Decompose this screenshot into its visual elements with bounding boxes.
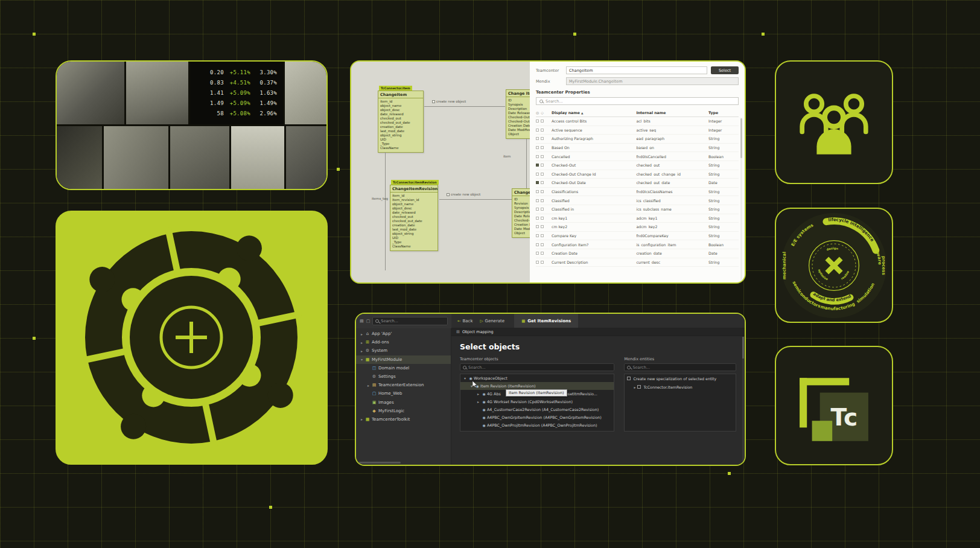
property-row[interactable]: Access control Bitsacl_bitsInteger	[536, 117, 739, 126]
checkbox[interactable]	[637, 385, 641, 389]
map-checkbox[interactable]	[536, 173, 539, 176]
property-row[interactable]: Configuration Item?is_configuration_item…	[536, 240, 739, 249]
edit-checkbox[interactable]	[541, 261, 544, 264]
tc-object-a4pbc-ownusergrprevision-a4pbc-ownusergrprevision[interactable]: ◉A4PBC_OwnUserGrpRevision (A4PBC_ownUser…	[460, 429, 614, 432]
edit-checkbox[interactable]	[541, 208, 544, 211]
tc-object-a4pbc-owngrpitemrevision-a4pbc-owngrpitemrevision[interactable]: ◉A4PBC_OwnGrpItemRevision (A4PBC_OwnGrpI…	[460, 413, 614, 421]
map-checkbox[interactable]	[536, 234, 539, 237]
map-checkbox[interactable]	[536, 252, 539, 255]
sidebar-item-myfirstlogic[interactable]: ◆MyFirstLogic	[356, 407, 451, 415]
edit-checkbox[interactable]	[541, 217, 544, 220]
sidebar-item-settings[interactable]: ⚙Settings	[356, 372, 451, 381]
chevron-icon[interactable]: ▸	[359, 417, 364, 421]
map-checkbox[interactable]	[536, 119, 539, 123]
edit-checkbox[interactable]	[541, 155, 544, 158]
edit-checkbox[interactable]	[541, 252, 544, 255]
chevron-icon[interactable]: ▸	[476, 400, 481, 404]
sidebar-item-system[interactable]: ▸⚙System	[356, 346, 451, 355]
edit-checkbox[interactable]	[541, 243, 544, 246]
tc-object-workspaceobject[interactable]: ▾◉WorkspaceObject	[460, 374, 614, 382]
edit-checkbox[interactable]	[541, 129, 544, 132]
back-button[interactable]: ←Back	[457, 319, 472, 323]
teamcenter-objects-search-input[interactable]: Search...	[460, 363, 614, 371]
chevron-icon[interactable]: ▸	[366, 383, 371, 387]
property-row[interactable]: Checked-Out Datechecked_out_dateDate	[536, 179, 739, 188]
scrollbar-thumb[interactable]	[742, 337, 744, 358]
property-row[interactable]: Based Onbased_onString	[536, 144, 739, 153]
select-button[interactable]: Select	[711, 66, 739, 74]
property-row[interactable]: cm key1adcm_key1String	[536, 214, 739, 223]
edit-checkbox[interactable]	[541, 225, 544, 228]
map-checkbox[interactable]	[536, 225, 539, 228]
sidebar-item-add-ons[interactable]: ▸⊞Add-ons	[356, 338, 451, 346]
chevron-icon[interactable]: ▸	[359, 340, 364, 345]
property-row[interactable]: Authorizing Paragraphead_paragraphString	[536, 135, 739, 144]
edit-checkbox[interactable]	[541, 181, 544, 184]
column-type[interactable]: Type	[708, 110, 739, 115]
tc-object-a4-customercase2revision-a4-customercase2revision[interactable]: ◉A4_CustomerCase2Revision (A4_CustomerCa…	[460, 406, 614, 413]
map-checkbox[interactable]	[536, 129, 539, 132]
tc-object-a4pbc-ownprojitmrevision-a4pbc-ownprojitmrevision[interactable]: ◉A4PBC_OwnProjItmRevision (A4PBC_OwnProj…	[460, 421, 614, 429]
pin-icon[interactable]: ▢	[366, 319, 371, 323]
map-checkbox[interactable]	[536, 261, 539, 264]
tc-object-4g-workset-revision-cpd0worksetrevision[interactable]: ▸◉4G Workset Revision (Cpd0WorksetRevisi…	[460, 398, 614, 406]
checkbox[interactable]	[627, 377, 631, 380]
property-row[interactable]: Classificationsfnd0IcsClassNamesString	[536, 188, 739, 197]
map-checkbox[interactable]	[536, 199, 539, 202]
property-row[interactable]: Creation Datecreation_dateDate	[536, 249, 739, 258]
map-checkbox[interactable]	[536, 208, 539, 211]
map-checkbox[interactable]	[536, 217, 539, 220]
edit-checkbox[interactable]	[541, 234, 544, 237]
property-row[interactable]: Current Descriptioncurrent_descString	[536, 258, 739, 267]
entity-box-changeitem[interactable]: ChangeItem item_idobject_nameobject_desc…	[378, 91, 424, 153]
entity-box-changeitemrevision[interactable]: ChangeItemRevision item_iditem_revision_…	[390, 185, 438, 251]
teamcenter-object-input[interactable]: ChangeItem	[566, 66, 707, 74]
chevron-icon[interactable]: ▾	[462, 376, 468, 380]
scrollbar-thumb[interactable]	[740, 118, 742, 158]
vertical-scrollbar[interactable]	[742, 337, 744, 462]
property-row[interactable]: Checked-Out Change Idchecked_out_change_…	[536, 170, 739, 179]
map-checkbox[interactable]	[536, 190, 539, 193]
property-row[interactable]: Classifiedics_classifiedString	[536, 196, 739, 205]
edit-checkbox[interactable]	[541, 190, 544, 193]
sidebar-item-home-web[interactable]: ▢Home_Web	[356, 389, 451, 398]
chevron-icon[interactable]: ▸	[359, 349, 364, 353]
edit-checkbox[interactable]	[541, 199, 544, 202]
horizontal-scrollbar[interactable]	[358, 462, 401, 464]
tab-get-itemrevisions[interactable]: ▦Get ItemRevisions	[514, 314, 578, 328]
chevron-icon[interactable]: ▸	[632, 385, 637, 389]
mendix-entity-input[interactable]: MyFirstModule.ChangeItem	[566, 77, 739, 85]
edit-checkbox[interactable]	[541, 164, 544, 167]
chevron-icon[interactable]: ▸	[476, 392, 481, 396]
chevron-icon[interactable]: ▾	[359, 357, 364, 362]
mendix-entity-item[interactable]: ▸ TcConnector.ItemRevision	[625, 383, 736, 391]
panel-icon[interactable]: ▤	[360, 319, 364, 323]
sidebar-item-domain-model[interactable]: ◫Domain model	[356, 364, 451, 372]
property-row[interactable]: cm key2adcm_key2String	[536, 223, 739, 232]
edit-checkbox[interactable]	[541, 146, 544, 149]
column-display-name[interactable]: Display name▲	[552, 110, 636, 115]
property-row[interactable]: Classified inics_subclass_nameString	[536, 205, 739, 214]
properties-search-input[interactable]: Search...	[536, 97, 739, 105]
map-checkbox[interactable]	[536, 137, 539, 140]
column-internal-name[interactable]: Internal name	[636, 110, 708, 115]
map-checkbox[interactable]	[536, 243, 539, 246]
property-row[interactable]: Cancelledfnd0IsCancelledBoolean	[536, 152, 739, 161]
property-row[interactable]: Checked-Outchecked_outString	[536, 161, 739, 170]
sidebar-item-images[interactable]: ▣Images	[356, 398, 451, 407]
sidebar-item-teamcenterextension[interactable]: ▸▤TeamcenterExtension	[356, 381, 451, 389]
edit-checkbox[interactable]	[541, 173, 544, 176]
sidebar-item-teamcentertoolkit[interactable]: ▸▦TeamcenterToolkit	[356, 415, 451, 424]
explorer-search-input[interactable]: Search...	[372, 317, 448, 325]
map-checkbox[interactable]	[536, 164, 539, 167]
property-row[interactable]: Active sequenceactive_seqInteger	[536, 126, 739, 135]
generate-button[interactable]: ▷Generate	[480, 319, 504, 323]
mendix-entities-search-input[interactable]: Search...	[624, 363, 736, 371]
sidebar-item-app-app[interactable]: ▸⌂App 'App'	[356, 330, 451, 338]
map-checkbox[interactable]	[536, 155, 539, 158]
sidebar-item-myfirstmodule[interactable]: ▾▦MyFirstModule	[356, 355, 451, 364]
map-checkbox[interactable]	[536, 146, 539, 149]
property-row[interactable]: Compare Keyfnd0CompareKeyString	[536, 232, 739, 241]
map-checkbox[interactable]	[536, 181, 539, 184]
edit-checkbox[interactable]	[541, 137, 544, 140]
